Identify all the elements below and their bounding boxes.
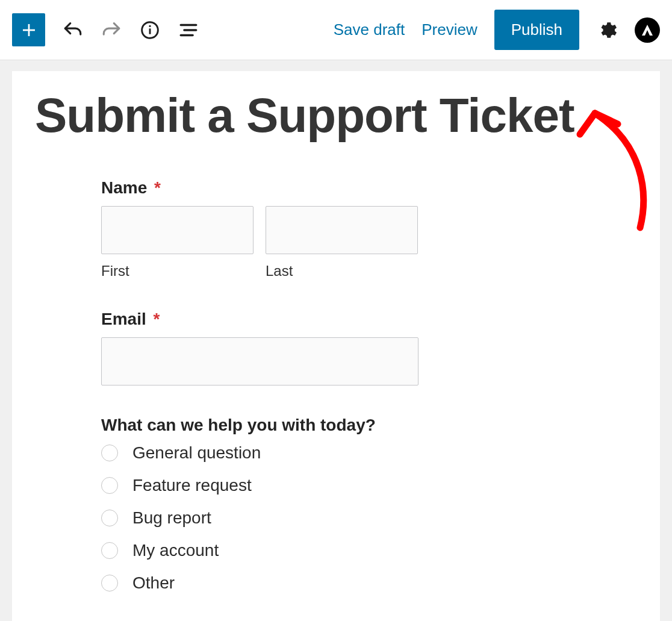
- topic-option-label: Bug report: [132, 508, 211, 528]
- toolbar-left: [12, 13, 199, 46]
- radio-icon: [101, 542, 118, 559]
- topic-option[interactable]: Other: [101, 573, 481, 593]
- topic-option-label: General question: [132, 443, 261, 463]
- topic-option[interactable]: My account: [101, 541, 481, 560]
- radio-icon: [101, 477, 118, 494]
- radio-icon: [101, 445, 118, 461]
- required-mark: *: [154, 178, 161, 197]
- page-title[interactable]: Submit a Support Ticket: [35, 89, 637, 142]
- plugin-avatar[interactable]: [635, 17, 660, 43]
- undo-button[interactable]: [62, 19, 84, 41]
- name-row: First Last: [101, 206, 481, 279]
- topic-option-label: Feature request: [132, 476, 252, 495]
- info-button[interactable]: [139, 19, 161, 41]
- toolbar-right: Save draft Preview Publish: [334, 10, 660, 50]
- logo-icon: [640, 23, 655, 37]
- email-input[interactable]: [101, 337, 418, 385]
- radio-icon: [101, 510, 118, 526]
- undo-icon: [63, 20, 83, 40]
- first-name-sublabel: First: [101, 263, 254, 279]
- redo-button[interactable]: [101, 19, 122, 41]
- email-label-text: Email: [101, 310, 146, 328]
- svg-point-4: [149, 25, 151, 27]
- editor-toolbar: Save draft Preview Publish: [0, 0, 672, 60]
- save-draft-button[interactable]: Save draft: [334, 20, 405, 39]
- radio-icon: [101, 575, 118, 591]
- topic-label: What can we help you with today?: [101, 416, 481, 435]
- topic-option[interactable]: Feature request: [101, 476, 481, 495]
- topic-option-label: Other: [132, 573, 175, 593]
- name-label: Name *: [101, 178, 481, 198]
- support-form: Name * First Last Email *: [35, 178, 481, 593]
- redo-icon: [101, 20, 122, 40]
- first-name-column: First: [101, 206, 254, 279]
- add-block-button[interactable]: [12, 13, 45, 46]
- last-name-input[interactable]: [266, 206, 418, 254]
- list-icon: [178, 20, 199, 40]
- email-label: Email *: [101, 310, 481, 329]
- gear-icon: [597, 20, 617, 40]
- topic-option[interactable]: Bug report: [101, 508, 481, 528]
- preview-button[interactable]: Preview: [422, 20, 477, 39]
- first-name-input[interactable]: [101, 206, 254, 254]
- plus-icon: [20, 21, 38, 39]
- name-label-text: Name: [101, 178, 147, 197]
- topic-options: General question Feature request Bug rep…: [101, 443, 481, 593]
- topic-option[interactable]: General question: [101, 443, 481, 463]
- settings-button[interactable]: [596, 19, 618, 41]
- info-icon: [140, 20, 160, 40]
- editor-canvas: Submit a Support Ticket Name * First Las…: [0, 60, 672, 621]
- page-content: Submit a Support Ticket Name * First Las…: [12, 71, 660, 621]
- required-mark: *: [153, 310, 160, 328]
- last-name-sublabel: Last: [266, 263, 418, 279]
- publish-button[interactable]: Publish: [494, 10, 579, 50]
- last-name-column: Last: [266, 206, 418, 279]
- topic-option-label: My account: [132, 541, 219, 560]
- outline-button[interactable]: [178, 19, 199, 41]
